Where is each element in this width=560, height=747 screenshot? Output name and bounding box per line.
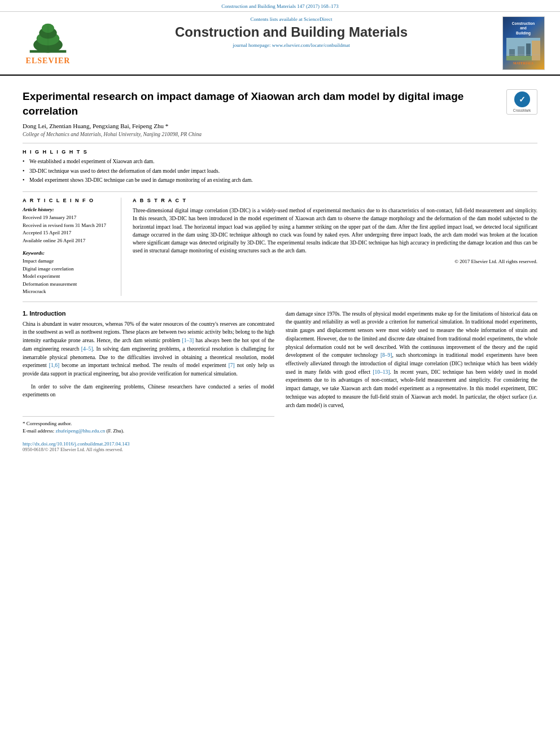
crossmark-label: CrossMark xyxy=(513,108,531,112)
article-title: Experimental research on impact damage o… xyxy=(23,89,537,118)
cover-image xyxy=(506,38,540,60)
history-label: Article history: xyxy=(23,207,112,212)
article-history: Article history: Received 19 January 201… xyxy=(23,207,112,244)
svg-rect-12 xyxy=(532,41,540,60)
keyword-1: Impact damage xyxy=(23,257,112,265)
email-link[interactable]: zhufeipeng@hhu.edu.cn xyxy=(55,428,105,434)
right-column: dam damage since 1970s. The results of p… xyxy=(286,310,537,452)
doi-link[interactable]: http://dx.doi.org/10.1016/j.conbuildmat.… xyxy=(23,441,274,447)
abstract-copyright: © 2017 Elsevier Ltd. All rights reserved… xyxy=(133,259,537,264)
article-info-abstract: A R T I C L E I N F O Article history: R… xyxy=(23,192,537,302)
keyword-4: Deformation measurement xyxy=(23,281,112,289)
journal-header: ELSEVIER Contents lists available at Sci… xyxy=(0,12,560,76)
footnote-area: * Corresponding author. E-mail address: … xyxy=(23,416,274,452)
elsevier-wordmark: ELSEVIER xyxy=(26,56,71,65)
journal-title: Construction and Building Materials xyxy=(90,24,492,40)
crossmark-badge[interactable]: ✓ CrossMark xyxy=(506,89,537,115)
main-content: Experimental research on impact damage o… xyxy=(0,76,560,464)
affiliation: College of Mechanics and Materials, Hoha… xyxy=(23,132,537,137)
keyword-2: Digital image correlation xyxy=(23,265,112,273)
right-col-text: dam damage since 1970s. The results of p… xyxy=(286,310,537,410)
received-date: Received 19 January 2017 xyxy=(23,214,112,222)
journal-header-center: Contents lists available at ScienceDirec… xyxy=(85,16,498,70)
journal-cover-image: ConstructionandBuilding MATERIALS xyxy=(502,16,545,70)
highlights-section: H I G H L I G H T S We established a mod… xyxy=(23,143,537,192)
highlights-heading: H I G H L I G H T S xyxy=(23,149,537,155)
highlight-item-2: 3D-DIC technique was used to detect the … xyxy=(23,168,537,175)
revised-date: Received in revised form 31 March 2017 xyxy=(23,222,112,230)
article-info-column: A R T I C L E I N F O Article history: R… xyxy=(23,198,121,296)
right-para-1: dam damage since 1970s. The results of p… xyxy=(286,310,537,410)
sciencedirect-link[interactable]: ScienceDirect xyxy=(304,16,332,22)
cover-title: ConstructionandBuilding xyxy=(512,21,535,36)
journal-citation-bar: Construction and Building Materials 147 … xyxy=(0,0,560,12)
available-date: Available online 26 April 2017 xyxy=(23,237,112,245)
article-info-heading: A R T I C L E I N F O xyxy=(23,198,112,203)
abstract-text: Three-dimensional digital image correlat… xyxy=(133,207,537,255)
keyword-5: Microcrack xyxy=(23,288,112,296)
highlight-item-1: We established a model experiment of Xia… xyxy=(23,158,537,165)
intro-para-2: In order to solve the dam engineering pr… xyxy=(23,383,274,399)
article-title-section: Experimental research on impact damage o… xyxy=(23,81,537,143)
journal-citation: Construction and Building Materials 147 … xyxy=(221,3,338,9)
page: Construction and Building Materials 147 … xyxy=(0,0,560,747)
cover-materials-label: MATERIALS xyxy=(513,62,533,65)
crossmark-circle: ✓ xyxy=(514,91,530,107)
email-note: E-mail address: zhufeipeng@hhu.edu.cn (F… xyxy=(23,428,274,434)
keyword-3: Model experiment xyxy=(23,273,112,281)
journal-homepage: journal homepage: www.elsevier.com/locat… xyxy=(90,42,492,48)
keywords-section: Keywords: Impact damage Digital image co… xyxy=(23,250,112,296)
accepted-date: Accepted 15 April 2017 xyxy=(23,229,112,237)
highlight-item-3: Model experiment shows 3D-DIC technique … xyxy=(23,177,537,184)
elsevier-logo-area: ELSEVIER xyxy=(11,16,85,70)
corresponding-author-note: * Corresponding author. xyxy=(23,420,274,426)
body-content: 1. Introduction China is abundant in wat… xyxy=(23,302,537,452)
journal-cover-area: ConstructionandBuilding MATERIALS xyxy=(498,16,549,70)
introduction-heading: 1. Introduction xyxy=(23,310,274,317)
abstract-column: A B S T R A C T Three-dimensional digita… xyxy=(133,198,537,296)
keywords-label: Keywords: xyxy=(23,250,112,256)
crossmark-icon: ✓ xyxy=(519,95,526,104)
elsevier-tree-icon xyxy=(23,21,73,55)
cover-photo-icon xyxy=(506,38,540,60)
abstract-heading: A B S T R A C T xyxy=(133,198,537,203)
intro-para-1: China is abundant in water resources, wh… xyxy=(23,320,274,378)
issn-text: 0950-0618/© 2017 Elsevier Ltd. All right… xyxy=(23,447,274,452)
authors: Dong Lei, Zhentian Huang, Pengxiang Bai,… xyxy=(23,123,537,129)
elsevier-logo: ELSEVIER xyxy=(23,21,73,65)
journal-homepage-url[interactable]: www.elsevier.com/locate/conbuildmat xyxy=(272,42,350,48)
highlights-list: We established a model experiment of Xia… xyxy=(23,158,537,184)
introduction-text: China is abundant in water resources, wh… xyxy=(23,320,274,399)
introduction-column: 1. Introduction China is abundant in wat… xyxy=(23,310,274,452)
sciencedirect-text: Contents lists available at ScienceDirec… xyxy=(90,16,492,22)
